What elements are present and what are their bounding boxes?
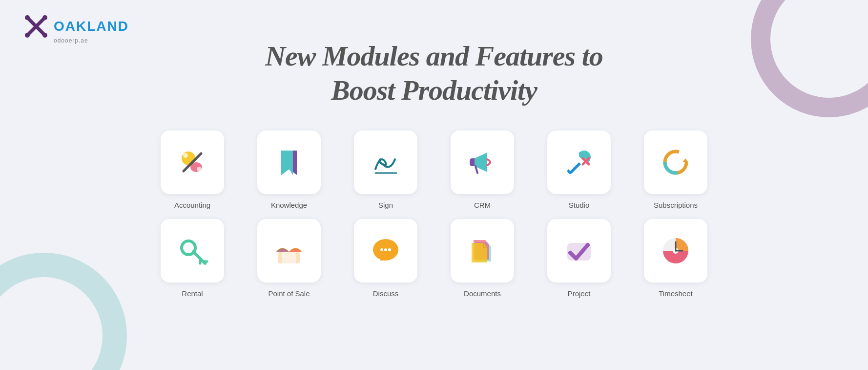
accounting-label: Accounting — [174, 201, 210, 209]
modules-grid: Accounting Knowledge — [151, 131, 717, 298]
subscriptions-icon-box — [644, 131, 707, 194]
module-subscriptions[interactable]: Subscriptions — [634, 131, 717, 209]
knowledge-label: Knowledge — [271, 201, 307, 209]
logo-text-accent: D — [118, 19, 129, 34]
headline: New Modules and Features to Boost Produc… — [265, 39, 603, 107]
logo-text-main: OAKLAN — [54, 19, 118, 34]
svg-point-26 — [380, 248, 383, 251]
timesheet-label: Timesheet — [659, 289, 692, 298]
documents-icon-box — [451, 219, 514, 283]
module-sign[interactable]: Sign — [344, 131, 427, 209]
project-icon-box — [547, 219, 611, 283]
module-discuss[interactable]: Discuss — [344, 219, 427, 298]
headline-line2: Boost Productivity — [331, 74, 537, 106]
module-timesheet[interactable]: Timesheet — [634, 219, 717, 298]
sign-label: Sign — [378, 201, 393, 209]
svg-point-9 — [183, 153, 188, 158]
logo-mark: OAKLAND — [23, 14, 129, 39]
svg-rect-23 — [282, 252, 296, 263]
main-content: New Modules and Features to Boost Produc… — [0, 0, 868, 298]
studio-icon-box — [547, 131, 611, 194]
pos-label: Point of Sale — [268, 289, 310, 298]
svg-point-28 — [388, 248, 391, 251]
logo-text: OAKLAND — [54, 19, 129, 34]
module-rental[interactable]: Rental — [151, 219, 234, 298]
logo-icon — [23, 14, 49, 39]
module-project[interactable]: Project — [537, 219, 620, 298]
studio-label: Studio — [569, 201, 590, 209]
subscriptions-label: Subscriptions — [654, 201, 698, 209]
knowledge-icon-box — [257, 131, 321, 194]
pos-icon-box — [257, 219, 321, 283]
logo-subtitle: odooerp.ae — [54, 37, 88, 44]
crm-label: CRM — [474, 201, 491, 209]
headline-line1: New Modules and Features to — [265, 40, 603, 72]
module-studio[interactable]: Studio — [537, 131, 620, 209]
svg-point-4 — [25, 33, 30, 38]
module-documents[interactable]: Documents — [441, 219, 524, 298]
documents-label: Documents — [464, 289, 501, 298]
module-accounting[interactable]: Accounting — [151, 131, 234, 209]
sign-icon-box — [354, 131, 417, 194]
module-knowledge[interactable]: Knowledge — [248, 131, 331, 209]
project-label: Project — [568, 289, 591, 298]
svg-point-5 — [42, 33, 47, 38]
logo-area: OAKLAND odooerp.ae — [23, 14, 129, 44]
svg-point-10 — [197, 167, 202, 172]
module-point-of-sale[interactable]: Point of Sale — [248, 219, 331, 298]
crm-icon-box — [451, 131, 514, 194]
module-crm[interactable]: CRM — [441, 131, 524, 209]
timesheet-icon-box — [644, 219, 707, 283]
rental-label: Rental — [182, 289, 203, 298]
svg-marker-17 — [682, 158, 688, 162]
svg-point-2 — [25, 15, 30, 20]
discuss-icon-box — [354, 219, 417, 283]
accounting-icon-box — [161, 131, 224, 194]
svg-point-27 — [384, 248, 387, 251]
rental-icon-box — [161, 219, 224, 283]
svg-point-3 — [42, 15, 47, 20]
discuss-label: Discuss — [373, 289, 399, 298]
